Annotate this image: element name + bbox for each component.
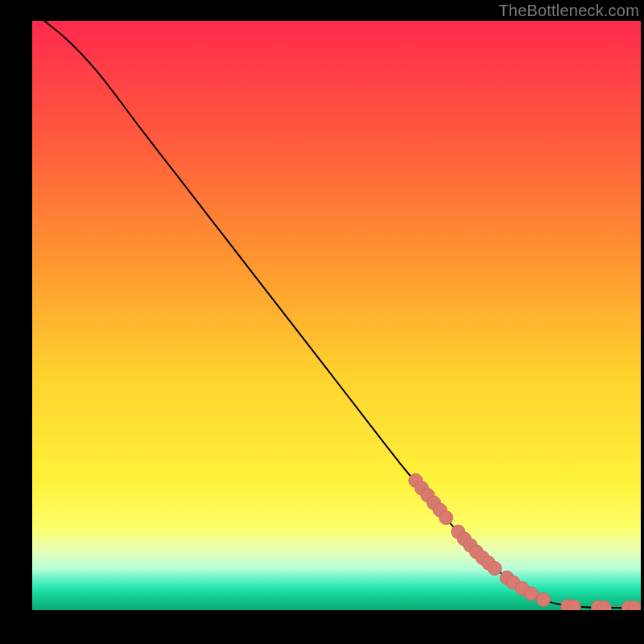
gradient-background [32, 21, 641, 610]
data-marker [537, 592, 551, 606]
plot-svg [32, 21, 641, 610]
plot-area [32, 21, 641, 610]
attribution-text: TheBottleneck.com [498, 2, 639, 20]
data-marker [567, 600, 580, 610]
data-marker [440, 511, 453, 525]
data-marker [524, 587, 538, 601]
chart-frame: TheBottleneck.com [0, 0, 644, 644]
data-marker [597, 601, 611, 610]
data-marker [488, 562, 502, 576]
